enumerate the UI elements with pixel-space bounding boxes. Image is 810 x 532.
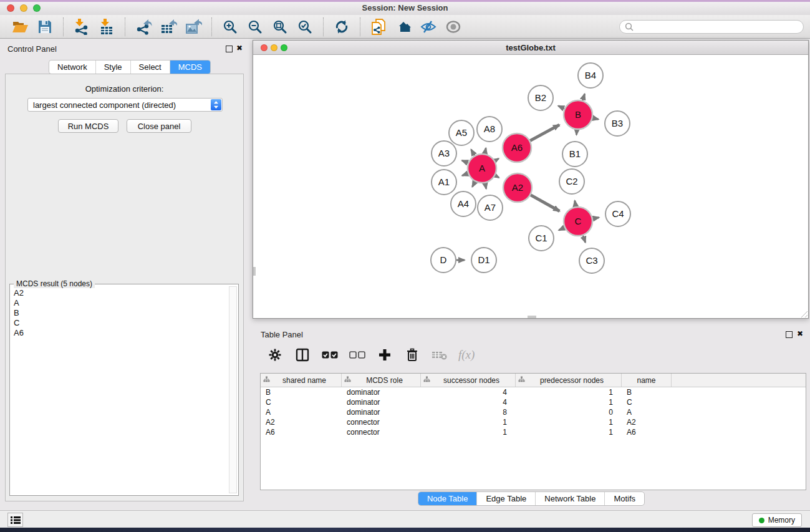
table-cell[interactable]: A6: [261, 428, 342, 437]
table-row[interactable]: Adominator80A: [261, 407, 806, 417]
column-header-name[interactable]: name: [622, 374, 672, 387]
node-A1[interactable]: A1: [432, 170, 456, 195]
result-item[interactable]: C: [12, 318, 228, 328]
table-cell[interactable]: 1: [516, 428, 622, 437]
edge-A-A3[interactable]: [462, 160, 468, 163]
export-network-icon[interactable]: [134, 17, 153, 36]
edge-B-B4[interactable]: [582, 94, 584, 101]
tab-motifs[interactable]: Motifs: [604, 492, 644, 505]
table-row[interactable]: A6connector11A6: [261, 427, 806, 437]
tab-style[interactable]: Style: [95, 60, 130, 74]
apply-preferred-layout-icon[interactable]: [332, 17, 351, 36]
table-cell[interactable]: A6: [622, 428, 672, 437]
result-item[interactable]: A2: [12, 288, 228, 298]
table-options-gear-icon[interactable]: [266, 346, 284, 364]
table-cell[interactable]: C: [622, 398, 672, 407]
tab-mcds[interactable]: MCDS: [170, 60, 210, 74]
table-cell[interactable]: A2: [261, 418, 342, 427]
edge-A-A6[interactable]: [495, 158, 499, 161]
edge-C-C4[interactable]: [593, 218, 599, 219]
search-input[interactable]: [637, 22, 798, 32]
node-D1[interactable]: D1: [471, 248, 496, 273]
node-A5[interactable]: A5: [449, 120, 474, 145]
table-cell[interactable]: 1: [516, 388, 622, 397]
table-cell[interactable]: B: [261, 388, 342, 397]
export-image-icon[interactable]: [184, 17, 203, 36]
edge-B-B2[interactable]: [558, 106, 564, 109]
table-cell[interactable]: dominator: [342, 388, 421, 397]
tab-network[interactable]: Network: [49, 60, 95, 74]
table-cell[interactable]: B: [622, 388, 672, 397]
node-B1[interactable]: B1: [562, 142, 587, 167]
table-cell[interactable]: 1: [421, 428, 516, 437]
table-cell[interactable]: 4: [421, 388, 516, 397]
tab-network-table[interactable]: Network Table: [535, 492, 604, 505]
memory-button[interactable]: Memory: [752, 513, 802, 527]
zoom-in-icon[interactable]: [221, 17, 239, 36]
node-A4[interactable]: A4: [451, 191, 476, 216]
result-item[interactable]: B: [12, 308, 228, 318]
table-row[interactable]: Cdominator41C: [261, 397, 806, 407]
network-graph[interactable]: AA1A2A3A4A5A6A7A8BB1B2B3B4CC1C2C3C4DD1: [253, 55, 808, 318]
tab-edge-table[interactable]: Edge Table: [476, 492, 535, 505]
node-C3[interactable]: C3: [579, 248, 604, 273]
node-A6[interactable]: A6: [503, 133, 531, 162]
table-row[interactable]: A2connector11A2: [261, 417, 806, 427]
export-table-icon[interactable]: [159, 17, 178, 36]
run-mcds-button[interactable]: Run MCDS: [58, 119, 118, 133]
show-columns-icon[interactable]: [293, 346, 312, 364]
table-cell[interactable]: dominator: [342, 408, 421, 417]
node-A2[interactable]: A2: [503, 173, 532, 202]
edge-A-A1[interactable]: [462, 173, 468, 175]
edge-B-B3[interactable]: [592, 118, 598, 119]
column-header-successor-nodes[interactable]: successor nodes: [421, 374, 516, 387]
deselect-all-columns-icon[interactable]: [348, 346, 367, 364]
table-cell[interactable]: C: [261, 398, 342, 407]
edge-B-B1[interactable]: [576, 130, 577, 135]
home-icon[interactable]: [394, 17, 413, 36]
result-item[interactable]: A6: [12, 328, 228, 338]
tab-select[interactable]: Select: [130, 60, 170, 74]
node-B[interactable]: B: [564, 100, 592, 129]
optimization-criterion-select[interactable]: largest connected component (directed): [27, 98, 223, 112]
result-scrollbar[interactable]: [229, 286, 237, 493]
open-session-icon[interactable]: [11, 17, 29, 36]
table-cell[interactable]: 0: [516, 408, 622, 417]
edge-A-A7[interactable]: [485, 183, 486, 189]
table-cell[interactable]: connector: [342, 418, 421, 427]
table-cell[interactable]: 8: [421, 408, 516, 417]
search-box[interactable]: [619, 20, 804, 34]
node-table[interactable]: shared nameMCDS rolesuccessor nodesprede…: [260, 373, 806, 490]
node-A8[interactable]: A8: [477, 117, 502, 142]
edge-A6-B[interactable]: [530, 125, 559, 140]
zoom-selected-icon[interactable]: [296, 17, 314, 36]
select-all-columns-icon[interactable]: [321, 346, 339, 364]
node-B4[interactable]: B4: [578, 63, 603, 88]
mcds-result-list[interactable]: A2ABCA6: [12, 288, 228, 493]
table-cell[interactable]: A: [261, 408, 342, 417]
close-panel-icon[interactable]: ✖: [236, 44, 243, 52]
horizontal-scroll-indicator[interactable]: [528, 316, 536, 318]
table-cell[interactable]: 1: [421, 418, 516, 427]
close-table-panel-icon[interactable]: ✖: [797, 329, 803, 338]
tab-node-table[interactable]: Node Table: [418, 492, 477, 505]
table-cell[interactable]: A2: [622, 418, 672, 427]
table-cell[interactable]: 1: [516, 398, 622, 407]
table-cell[interactable]: 1: [516, 418, 622, 427]
column-header-predecessor-nodes[interactable]: predecessor nodes: [516, 374, 622, 387]
zoom-out-icon[interactable]: [246, 17, 264, 36]
node-C2[interactable]: C2: [559, 169, 584, 194]
show-panels-button[interactable]: [7, 513, 23, 527]
table-cell[interactable]: dominator: [342, 398, 421, 407]
table-cell[interactable]: 4: [421, 398, 516, 407]
vertical-scroll-indicator[interactable]: [253, 267, 256, 276]
node-A3[interactable]: A3: [432, 141, 456, 166]
node-A[interactable]: A: [468, 154, 496, 183]
import-network-icon[interactable]: [72, 17, 91, 36]
float-table-panel-icon[interactable]: [786, 331, 793, 338]
save-session-icon[interactable]: [36, 17, 54, 36]
column-header-MCDS-role[interactable]: MCDS role: [342, 374, 421, 387]
new-network-from-selection-icon[interactable]: [369, 17, 388, 36]
edge-A-A8[interactable]: [485, 148, 486, 153]
edge-C-C2[interactable]: [575, 201, 576, 207]
